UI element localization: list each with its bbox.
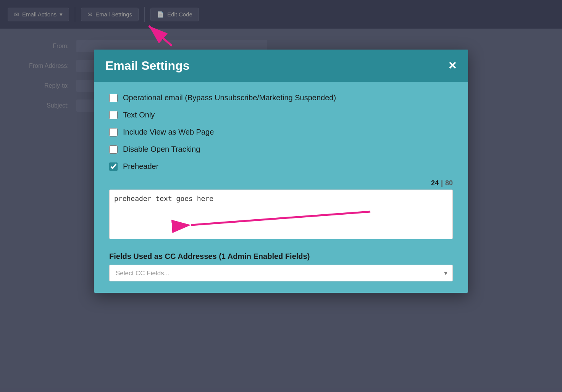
checkbox-row-text-only: Text Only — [109, 111, 453, 119]
checkbox-row-operational: Operational email (Bypass Unsubscribe/Ma… — [109, 93, 453, 102]
operational-label[interactable]: Operational email (Bypass Unsubscribe/Ma… — [123, 93, 336, 102]
modal-body: Operational email (Bypass Unsubscribe/Ma… — [94, 82, 468, 293]
view-web-checkbox[interactable] — [109, 128, 118, 137]
cc-select[interactable]: Select CC Fields... — [109, 265, 453, 281]
cc-section: Fields Used as CC Addresses (1 Admin Ena… — [109, 252, 453, 281]
operational-checkbox[interactable] — [109, 94, 118, 102]
text-only-label[interactable]: Text Only — [123, 111, 155, 119]
preheader-label[interactable]: Preheader — [123, 162, 158, 171]
open-tracking-checkbox[interactable] — [109, 145, 118, 154]
preheader-count-sep: | — [441, 179, 443, 187]
text-only-checkbox[interactable] — [109, 111, 118, 119]
preheader-count-max: 80 — [445, 179, 453, 187]
modal-close-button[interactable]: ✕ — [448, 61, 457, 71]
view-web-label[interactable]: Include View as Web Page — [123, 128, 214, 137]
preheader-counter: 24 | 80 — [109, 179, 453, 187]
modal-header: Email Settings ✕ — [94, 50, 468, 82]
email-settings-modal: Email Settings ✕ Operational email (Bypa… — [94, 50, 468, 293]
open-tracking-label[interactable]: Disable Open Tracking — [123, 145, 200, 154]
preheader-checkbox[interactable] — [109, 162, 118, 171]
preheader-textarea[interactable]: preheader text goes here — [109, 190, 453, 239]
modal-title: Email Settings — [105, 59, 190, 73]
checkbox-row-view-web: Include View as Web Page — [109, 128, 453, 137]
cc-section-label: Fields Used as CC Addresses (1 Admin Ena… — [109, 252, 453, 261]
cc-select-wrapper: Select CC Fields... ▾ — [109, 265, 453, 281]
checkbox-row-open-tracking: Disable Open Tracking — [109, 145, 453, 154]
checkbox-row-preheader: Preheader — [109, 162, 453, 171]
preheader-count-current: 24 — [431, 179, 439, 187]
preheader-section: Preheader 24 | 80 preheader text goes he… — [109, 162, 453, 241]
